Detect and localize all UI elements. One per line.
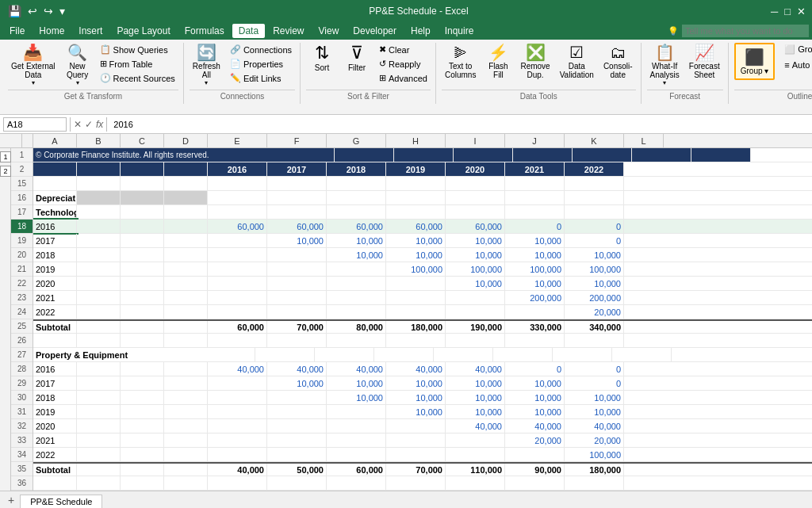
cell-c25[interactable] [121,321,164,333]
row-35[interactable]: 35 [11,462,33,476]
cell-b24[interactable] [77,305,121,319]
properties-button[interactable]: 📄 Properties [227,57,295,71]
cell-d35[interactable] [164,464,208,476]
cell-k16[interactable] [565,191,624,204]
show-queries-button[interactable]: 📋 Show Queries [97,43,178,56]
cell-f22[interactable] [267,277,327,290]
cell-g21[interactable] [327,262,386,276]
cell-a20[interactable]: 2018 [33,248,77,262]
cell-k36[interactable] [565,476,624,490]
insert-function-icon[interactable]: fx [96,119,103,130]
cell-k27[interactable] [612,348,672,361]
row-30[interactable]: 30 [11,391,33,405]
row-2[interactable]: 2 [11,162,33,177]
cell-h30[interactable]: 10,000 [386,391,446,404]
col-header-b[interactable]: B [77,134,121,147]
menu-view[interactable]: View [312,24,346,38]
cell-h24[interactable] [386,305,446,319]
cell-k20[interactable]: 10,000 [565,248,624,262]
cell-j34[interactable] [505,448,565,461]
menu-data[interactable]: Data [232,24,265,38]
cell-j21[interactable]: 100,000 [505,262,565,276]
row-23[interactable]: 23 [11,291,33,305]
cell-j26[interactable] [505,334,565,347]
cell-a28[interactable]: 2016 [33,362,77,376]
add-sheet-button[interactable]: + [3,492,19,508]
cell-f16[interactable] [267,191,327,204]
cell-f33[interactable] [267,434,327,447]
cell-b36[interactable] [77,476,121,490]
cell-h18[interactable]: 60,000 [386,220,446,233]
cell-d2[interactable] [164,162,208,176]
cell-f27[interactable] [315,348,374,361]
cell-d33[interactable] [164,434,208,447]
cell-f1[interactable] [394,148,454,162]
cell-d24[interactable] [164,305,208,319]
cell-a34[interactable]: 2022 [33,448,77,461]
cell-f17[interactable] [267,205,327,219]
cell-j28[interactable]: 0 [505,362,565,376]
cell-d34[interactable] [164,448,208,461]
menu-formulas[interactable]: Formulas [178,24,231,38]
name-box[interactable] [3,117,67,132]
data-validation-button[interactable]: ☑ DataValidation [557,43,597,81]
cell-h15[interactable] [386,177,446,190]
col-header-j[interactable]: J [505,134,565,147]
cell-a26[interactable] [33,334,77,347]
cell-f2[interactable]: 2017 [267,162,327,176]
cell-c24[interactable] [121,305,164,319]
cell-a27[interactable]: Property & Equipment [33,348,255,361]
cell-k35[interactable]: 180,000 [565,464,624,476]
cell-k34[interactable]: 100,000 [565,448,624,461]
cell-j16[interactable] [505,191,565,204]
cell-i28[interactable]: 40,000 [446,362,505,376]
cell-f24[interactable] [267,305,327,319]
col-header-l[interactable]: L [624,134,664,147]
cell-j20[interactable]: 10,000 [505,248,565,262]
row-1[interactable]: 1 [11,148,33,162]
cell-c23[interactable] [121,291,164,304]
cell-b15[interactable] [77,177,121,190]
cell-j31[interactable]: 10,000 [505,405,565,418]
col-header-c[interactable]: C [121,134,164,147]
cell-e36[interactable] [208,476,267,490]
menu-help[interactable]: Help [404,24,437,38]
cell-a24[interactable]: 2022 [33,305,77,319]
cell-d32[interactable] [164,419,208,433]
undo-icon[interactable]: ↩ [26,3,39,19]
menu-developer[interactable]: Developer [347,24,403,38]
from-table-button[interactable]: ⊞ From Table [97,57,178,71]
cell-d17[interactable] [164,205,208,219]
cell-a25[interactable]: Subtotal [33,321,77,333]
cell-h32[interactable] [386,419,446,433]
cell-k2[interactable]: 2022 [565,162,624,176]
row-34[interactable]: 34 [11,448,33,462]
menu-review[interactable]: Review [266,24,310,38]
cell-g20[interactable]: 10,000 [327,248,386,262]
menu-page-layout[interactable]: Page Layout [110,24,176,38]
cell-k21[interactable]: 100,000 [565,262,624,276]
cell-c34[interactable] [121,448,164,461]
cell-k29[interactable]: 0 [565,376,624,390]
cell-i24[interactable] [446,305,505,319]
cell-g26[interactable] [327,334,386,347]
cell-e17[interactable] [208,205,267,219]
cell-k15[interactable] [565,177,624,190]
cell-i23[interactable] [446,291,505,304]
cell-b18[interactable] [77,220,121,233]
cell-i19[interactable]: 10,000 [446,234,505,247]
cell-j29[interactable]: 10,000 [505,376,565,390]
clear-button[interactable]: ✖ Clear [376,43,431,56]
cell-g22[interactable] [327,277,386,290]
cell-c22[interactable] [121,277,164,290]
group-button[interactable]: ⬛ Group ▾ [734,43,776,80]
cell-k30[interactable]: 10,000 [565,391,624,404]
cell-c28[interactable] [121,362,164,376]
cell-g23[interactable] [327,291,386,304]
row-20[interactable]: 20 [11,248,33,262]
col-header-k[interactable]: K [565,134,624,147]
cell-d19[interactable] [164,234,208,247]
cell-b25[interactable] [77,321,121,333]
cell-c17[interactable] [121,205,164,219]
cell-g15[interactable] [327,177,386,190]
